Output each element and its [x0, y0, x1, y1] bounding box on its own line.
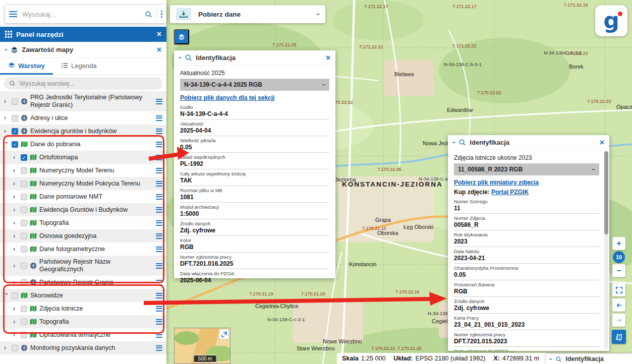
layer-menu-icon[interactable] [154, 318, 162, 326]
overview-minimap[interactable]: 500 m [174, 328, 231, 364]
layer-checkbox[interactable] [21, 194, 27, 200]
expand-chevron-icon[interactable]: › [13, 154, 18, 161]
layer-row[interactable]: ›✓Ortofotomapa [0, 151, 166, 164]
layer-menu-icon[interactable] [154, 219, 162, 227]
collapse-item-icon[interactable]: − [322, 81, 325, 88]
close-identify-panel-button[interactable]: × [326, 54, 330, 62]
collapse-section-icon[interactable]: › [3, 48, 10, 50]
layer-menu-icon[interactable] [154, 262, 162, 270]
layer-row[interactable]: ›Monitoring pozyskania danych [0, 341, 166, 354]
expand-chevron-icon[interactable]: › [3, 142, 10, 147]
download-section-file-link[interactable]: Pobierz plik danych dla tej sekcji [180, 94, 274, 101]
basemap-button[interactable] [612, 330, 626, 344]
layer-menu-icon[interactable] [154, 245, 162, 253]
layer-checkbox[interactable] [21, 180, 27, 187]
layer-row[interactable]: ›Dane pomiarowe NMT [0, 190, 166, 203]
close-tools-panel-button[interactable]: × [157, 30, 161, 38]
layer-row[interactable]: ›Państwowy Rejestr Nazw Geograficznych [0, 256, 166, 276]
layer-row[interactable]: ›Numeryczny Model Terenu [0, 164, 166, 177]
main-search-bar[interactable] [5, 5, 166, 23]
layer-menu-icon[interactable] [154, 153, 162, 161]
expand-chevron-icon[interactable]: › [13, 305, 18, 312]
layer-checkbox[interactable] [21, 332, 27, 338]
layer-menu-icon[interactable] [154, 232, 162, 240]
expand-chevron-icon[interactable]: › [4, 98, 9, 105]
expand-chevron-icon[interactable]: › [13, 318, 18, 325]
layer-checkbox[interactable] [12, 292, 18, 299]
layer-checkbox[interactable]: ✓ [12, 128, 18, 135]
layer-row[interactable]: ›Ewidencja Gruntów i Budynków [0, 203, 166, 216]
layer-checkbox[interactable]: ✓ [21, 154, 27, 161]
identify-selected-item[interactable]: 11_00586_R 2023 RGB − [454, 163, 599, 175]
layer-menu-icon[interactable] [154, 166, 162, 174]
layer-checkbox[interactable] [21, 167, 27, 174]
layer-search-bar[interactable] [4, 77, 162, 90]
layer-row[interactable]: ›Topografia [0, 216, 166, 229]
expand-chevron-icon[interactable]: › [13, 331, 18, 338]
layer-menu-icon[interactable] [154, 305, 162, 313]
layer-menu-icon[interactable] [154, 114, 162, 122]
portal-pzgik-link[interactable]: Portal PZGIK [491, 189, 529, 196]
layer-row[interactable]: ›✓Ewidencja gruntów i budynków [0, 125, 166, 138]
layer-search-input[interactable] [19, 80, 157, 88]
layer-menu-icon[interactable] [154, 140, 162, 148]
close-identify-panel-button[interactable]: × [600, 139, 604, 147]
layer-checkbox[interactable] [21, 263, 27, 269]
expand-chevron-icon[interactable]: › [13, 232, 18, 239]
layer-menu-icon[interactable] [154, 344, 162, 352]
layer-row[interactable]: ›✓Dane do pobrania [0, 138, 166, 151]
tab-legenda[interactable]: Legenda [53, 58, 105, 75]
hamburger-menu-icon[interactable] [9, 10, 17, 19]
layer-menu-icon[interactable] [154, 278, 162, 286]
zoom-in-button[interactable]: + [612, 237, 625, 250]
layer-checkbox[interactable] [21, 306, 27, 312]
layer-checkbox[interactable] [21, 279, 27, 286]
layer-row[interactable]: ›Zdjęcia lotnicze [0, 302, 166, 315]
layer-row[interactable]: ›Dane fotogrametryczne [0, 242, 166, 256]
kebab-menu-icon[interactable] [161, 10, 163, 19]
layer-checkbox[interactable]: ✓ [12, 141, 18, 148]
layer-menu-icon[interactable] [154, 179, 162, 188]
geoportal-logo[interactable]: g [595, 5, 627, 36]
layer-row[interactable]: ›Topografia [0, 315, 166, 328]
expand-chevron-icon[interactable]: › [13, 262, 18, 269]
layer-row[interactable]: ›Opracowania tematyczne [0, 328, 166, 341]
layer-checkbox[interactable] [21, 319, 27, 325]
expand-chevron-icon[interactable]: › [13, 193, 18, 200]
search-icon[interactable] [145, 11, 152, 18]
tab-warstwy[interactable]: Warstwy [0, 58, 53, 75]
identify-panel-header[interactable]: › Identyfikacja × [448, 135, 609, 150]
layer-row[interactable]: ›Adresy i ulice [0, 111, 166, 125]
scrollbar[interactable] [604, 151, 608, 349]
layer-checkbox[interactable] [12, 98, 18, 105]
history-forward-button[interactable] [612, 314, 625, 327]
layer-panel-toggle-button[interactable] [174, 29, 189, 44]
download-thumbnail-link[interactable]: Pobierz plik miniatury zdjęcia [454, 179, 539, 186]
scale-value[interactable]: 1:25 000 [361, 355, 386, 362]
layer-menu-icon[interactable] [154, 206, 162, 214]
expand-chevron-icon[interactable]: › [13, 219, 18, 226]
layer-checkbox[interactable] [21, 220, 27, 226]
identify-selected-item[interactable]: N-34-139-C-a-4-4 2025 RGB − [180, 79, 329, 91]
collapse-panel-icon[interactable]: › [177, 56, 184, 58]
layer-row[interactable]: ›Skorowidze [0, 289, 166, 302]
layer-checkbox[interactable] [21, 233, 27, 239]
collapse-item-icon[interactable]: − [592, 166, 595, 173]
expand-chevron-icon[interactable]: › [4, 128, 9, 135]
layer-menu-icon[interactable] [154, 97, 162, 105]
zoom-out-button[interactable]: − [612, 264, 625, 277]
collapse-panel-icon[interactable]: › [547, 358, 555, 360]
layer-row[interactable]: ›PRG Jednostki Terytorialne (Państwowy R… [0, 91, 166, 111]
history-back-button[interactable] [612, 298, 625, 312]
expand-chevron-icon[interactable]: › [13, 180, 18, 187]
layer-menu-icon[interactable] [154, 127, 162, 135]
layer-menu-icon[interactable] [154, 331, 162, 339]
scrollbar-thumb[interactable] [604, 151, 608, 234]
fullscreen-button[interactable] [612, 283, 625, 296]
layer-menu-icon[interactable] [154, 193, 162, 201]
layer-checkbox[interactable] [12, 115, 18, 122]
expand-chevron-icon[interactable]: › [4, 344, 9, 351]
download-data-button[interactable]: Pobierz dane › [170, 5, 325, 23]
layer-menu-icon[interactable] [154, 291, 162, 299]
layer-checkbox[interactable] [12, 345, 18, 351]
